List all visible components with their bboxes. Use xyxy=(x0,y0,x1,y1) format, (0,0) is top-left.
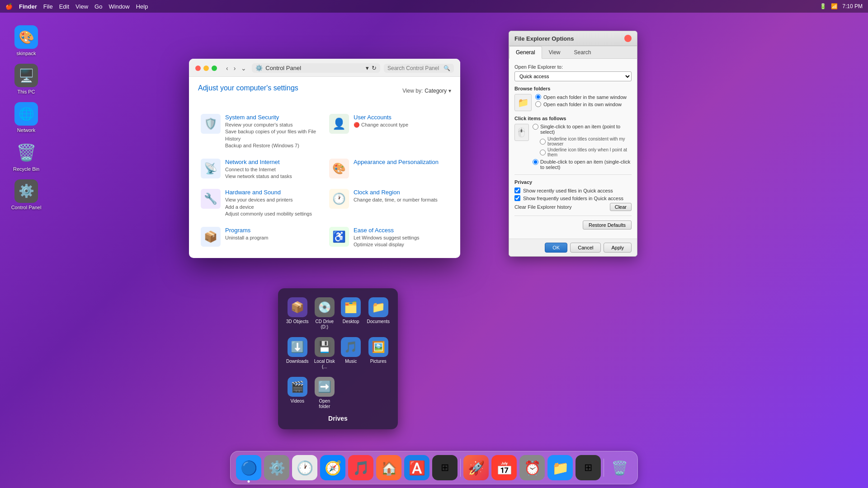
finder-menu[interactable]: Finder xyxy=(19,3,37,10)
underline-point-option[interactable]: Underline icon titles only when I point … xyxy=(540,147,632,157)
apply-button[interactable]: Apply xyxy=(604,243,632,253)
open-to-select[interactable]: Quick access xyxy=(514,71,632,81)
category-ease-access[interactable]: ♿ Ease of Access Let Windows suggest set… xyxy=(326,224,451,251)
dock-app-store[interactable]: 🅰️ xyxy=(404,455,429,480)
go-menu[interactable]: Go xyxy=(94,3,102,10)
single-click-option[interactable]: Single-click to open an item (point to s… xyxy=(533,124,632,135)
category-network-internet[interactable]: 📡 Network and Internet Connect to the In… xyxy=(198,156,323,183)
dock-calendar[interactable]: 📅 xyxy=(491,455,517,480)
battery-icon: 🔋 xyxy=(820,3,826,9)
drive-videos[interactable]: 🎬 Videos xyxy=(285,375,309,411)
dropdown-icon[interactable]: ▾ xyxy=(366,65,369,71)
restore-defaults-button[interactable]: Restore Defaults xyxy=(583,221,632,230)
hardware-sound-name[interactable]: Hardware and Sound xyxy=(225,189,312,196)
user-accounts-name[interactable]: User Accounts xyxy=(354,114,408,121)
underline-browser-option[interactable]: Underline icon titles consistent with my… xyxy=(540,136,632,146)
privacy-frequent-folders[interactable]: Show frequently used folders in Quick ac… xyxy=(514,195,632,201)
refresh-icon[interactable]: ↻ xyxy=(372,65,377,71)
category-user-accounts[interactable]: 👤 User Accounts 🔴 Change account type xyxy=(326,111,451,152)
drive-local-disk[interactable]: 💾 Local Disk (... xyxy=(313,335,335,371)
desktop-icon-skinpack[interactable]: 🎨 skinpack xyxy=(8,23,44,59)
dock-boot-camp[interactable]: ⊞ xyxy=(432,455,458,480)
underline-browser-radio[interactable] xyxy=(540,139,546,145)
window-menu[interactable]: Window xyxy=(108,3,129,10)
drive-3d-objects[interactable]: 📦 3D Objects xyxy=(285,296,309,332)
ease-access-name[interactable]: Ease of Access xyxy=(354,227,420,234)
appearance-text: Appearance and Personalization xyxy=(354,159,439,166)
drive-music[interactable]: 🎵 Music xyxy=(340,335,362,371)
user-accounts-icon: 👤 xyxy=(329,114,349,134)
double-click-radio[interactable] xyxy=(533,159,538,165)
browse-same-window-radio[interactable] xyxy=(535,94,541,100)
dock-finder[interactable]: 🔵 xyxy=(236,455,261,480)
expand-button[interactable]: ⌄ xyxy=(239,64,248,73)
trash-icon: 🗑️ xyxy=(611,460,628,476)
dock-safari[interactable]: 🧭 xyxy=(320,455,345,480)
browse-option-same-window[interactable]: Open each folder in the same window xyxy=(535,94,627,100)
desktop-icon-control-panel[interactable]: ⚙️ Control Panel xyxy=(8,177,44,213)
drive-downloads[interactable]: ⬇️ Downloads xyxy=(285,335,309,371)
view-by-dropdown[interactable]: Category xyxy=(425,88,447,94)
category-system-security[interactable]: 🛡️ System and Security Review your compu… xyxy=(198,111,323,152)
clear-button[interactable]: Clear xyxy=(610,203,632,211)
drive-cd[interactable]: 💿 CD Drive (D:) xyxy=(313,296,335,332)
browse-option-own-window[interactable]: Open each folder in its own window xyxy=(535,101,627,107)
3d-objects-icon: 📦 xyxy=(288,297,307,317)
dialog-close-button[interactable]: ✕ xyxy=(624,35,632,42)
tab-view[interactable]: View xyxy=(542,46,567,59)
recent-files-checkbox[interactable] xyxy=(514,188,520,193)
system-security-name[interactable]: System and Security xyxy=(225,114,320,121)
underline-point-radio[interactable] xyxy=(540,150,546,155)
clock-region-name[interactable]: Clock and Region xyxy=(354,189,438,196)
view-by: View by: Category ▾ xyxy=(402,88,451,94)
category-hardware-sound[interactable]: 🔧 Hardware and Sound View your devices a… xyxy=(198,186,323,220)
edit-menu[interactable]: Edit xyxy=(59,3,69,10)
back-button[interactable]: ‹ xyxy=(224,64,230,73)
dock-system-prefs[interactable]: ⚙️ xyxy=(264,455,289,480)
dock-files[interactable]: 📁 xyxy=(547,455,573,480)
cancel-button[interactable]: Cancel xyxy=(570,243,601,253)
view-by-chevron[interactable]: ▾ xyxy=(448,88,451,94)
apple-menu-icon[interactable]: 🍎 xyxy=(5,3,13,10)
file-menu[interactable]: File xyxy=(43,3,53,10)
desktop-icon-network[interactable]: 🌐 Network xyxy=(8,99,44,136)
dock-mosaic[interactable]: ⊞ xyxy=(576,455,601,480)
view-menu[interactable]: View xyxy=(75,3,88,10)
forward-button[interactable]: › xyxy=(232,64,238,73)
minimize-button[interactable] xyxy=(203,66,209,71)
dock-time-machine[interactable]: ⏰ xyxy=(519,455,545,480)
browse-own-window-radio[interactable] xyxy=(535,101,541,107)
dock-music[interactable]: 🎵 xyxy=(348,455,373,480)
programs-name[interactable]: Programs xyxy=(225,227,268,234)
network-internet-name[interactable]: Network and Internet xyxy=(225,159,292,165)
frequent-folders-checkbox[interactable] xyxy=(514,195,520,201)
category-clock-region[interactable]: 🕐 Clock and Region Change date, time, or… xyxy=(326,186,451,220)
help-menu[interactable]: Help xyxy=(136,3,148,10)
drive-open-folder[interactable]: ➡️ Open folder xyxy=(313,375,335,411)
close-button[interactable] xyxy=(195,66,201,71)
dock-clock[interactable]: 🕐 xyxy=(292,455,317,480)
drive-desktop[interactable]: 🗂️ Desktop xyxy=(340,296,362,332)
ok-button[interactable]: OK xyxy=(545,243,567,253)
search-input[interactable] xyxy=(387,65,442,71)
drive-pictures[interactable]: 🖼️ Pictures xyxy=(366,335,391,371)
dock-launchpad[interactable]: 🚀 xyxy=(463,455,489,480)
maximize-button[interactable] xyxy=(212,66,217,71)
search-bar[interactable]: 🔍 xyxy=(384,64,454,73)
privacy-recent-files[interactable]: Show recently used files in Quick access xyxy=(514,188,632,193)
appearance-name[interactable]: Appearance and Personalization xyxy=(354,159,439,165)
category-programs[interactable]: 📦 Programs Uninstall a program xyxy=(198,224,323,251)
single-click-radio[interactable] xyxy=(533,124,538,130)
tab-search[interactable]: Search xyxy=(567,46,598,59)
drive-documents[interactable]: 📁 Documents xyxy=(366,296,391,332)
tab-general[interactable]: General xyxy=(509,46,542,59)
dock-trash[interactable]: 🗑️ xyxy=(607,455,632,480)
double-click-option[interactable]: Double-click to open an item (single-cli… xyxy=(533,159,632,170)
dock-separator2 xyxy=(604,459,604,477)
desktop-icon-this-pc[interactable]: 🖥️ This PC xyxy=(8,61,44,98)
category-appearance[interactable]: 🎨 Appearance and Personalization xyxy=(326,156,451,183)
address-bar[interactable]: ⚙️ Control Panel ▾ ↻ xyxy=(252,63,380,73)
desktop-icon-recycle-bin[interactable]: 🗑️ Recycle Bin xyxy=(8,138,44,175)
dock-home[interactable]: 🏠 xyxy=(376,455,401,480)
programs-text: Programs Uninstall a program xyxy=(225,227,268,241)
